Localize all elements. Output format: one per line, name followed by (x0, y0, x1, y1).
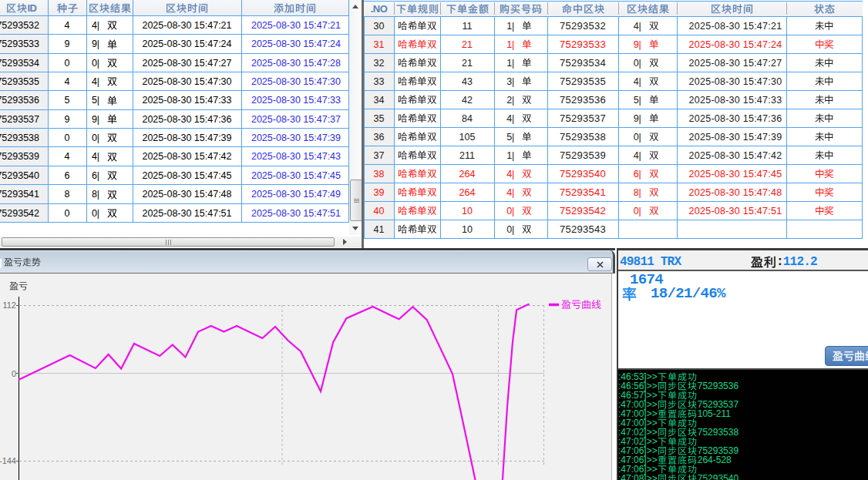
svg-text:0: 0 (12, 369, 16, 378)
svg-text:112: 112 (2, 300, 16, 310)
svg-text:-144: -144 (0, 456, 16, 465)
